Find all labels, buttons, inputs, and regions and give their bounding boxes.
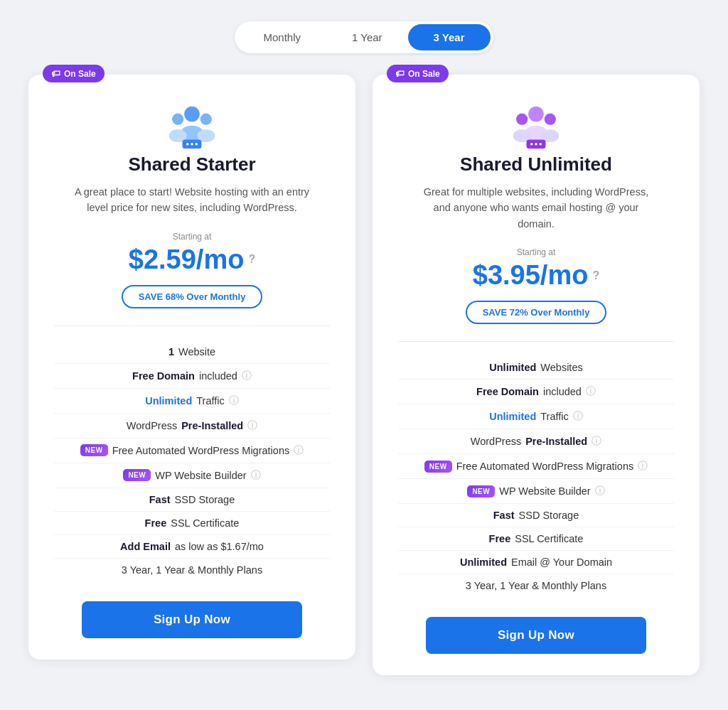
save-badge-unlimited: SAVE 72% Over Monthly <box>466 301 607 324</box>
billing-period-toggle: Monthly 1 Year 3 Year <box>235 21 493 53</box>
svg-point-12 <box>516 114 528 125</box>
new-badge-migrations: NEW <box>80 444 108 456</box>
feature-builder-u: NEW WP Website Builder ⓘ <box>398 479 674 504</box>
new-badge-migrations-u: NEW <box>424 461 452 473</box>
feature-domain: Free Domain included ⓘ <box>54 364 330 389</box>
feature-builder: NEW WP Website Builder ⓘ <box>54 463 330 488</box>
starting-at-starter: Starting at <box>129 232 255 242</box>
feature-plans: 3 Year, 1 Year & Monthly Plans <box>54 559 330 581</box>
price-info-icon-starter[interactable]: ? <box>248 253 255 266</box>
feature-email: Add Email as low as $1.67/mo <box>54 535 330 559</box>
on-sale-badge-starter: 🏷 On Sale <box>43 65 105 82</box>
svg-point-9 <box>196 143 198 146</box>
wp-info-icon-u[interactable]: ⓘ <box>592 435 601 448</box>
feature-websites: 1 Website <box>54 340 330 364</box>
starting-at-unlimited: Starting at <box>473 247 599 257</box>
plan-name-starter: Shared Starter <box>128 154 255 176</box>
pricing-starter: Starting at $2.59/mo ? <box>129 232 255 275</box>
plan-desc-unlimited: Great for multiple websites, including W… <box>415 184 657 232</box>
svg-point-0 <box>184 107 200 122</box>
plan-desc-starter: A great place to start! Website hosting … <box>71 184 313 216</box>
tab-1year[interactable]: 1 Year <box>326 24 408 50</box>
price-info-icon-unlimited[interactable]: ? <box>592 269 599 282</box>
pricing-cards: 🏷 On Sale Shared Starter A great place t… <box>28 75 700 675</box>
feature-ssl: Free SSL Certificate <box>54 512 330 535</box>
divider-starter <box>54 326 330 326</box>
plan-icon-unlimited <box>504 100 568 154</box>
feature-ssd: Fast SSD Storage <box>54 488 330 512</box>
svg-point-8 <box>191 143 193 146</box>
feature-migrations-u: NEW Free Automated WordPress Migrations … <box>398 454 674 479</box>
feature-traffic: Unlimited Traffic ⓘ <box>54 389 330 414</box>
plan-card-shared-starter: 🏷 On Sale Shared Starter A great place t… <box>28 75 355 660</box>
price-starter: $2.59/mo ? <box>129 244 255 275</box>
svg-point-19 <box>540 143 542 146</box>
feature-ssd-u: Fast SSD Storage <box>398 504 674 527</box>
svg-point-2 <box>172 114 183 125</box>
plan-card-shared-unlimited: 🏷 On Sale Shared Unlimited Great for mul… <box>373 75 700 675</box>
features-list-unlimited: Unlimited Websites Free Domain included … <box>398 356 674 597</box>
traffic-info-icon[interactable]: ⓘ <box>229 394 239 407</box>
svg-point-18 <box>535 143 537 146</box>
new-badge-builder-u: NEW <box>467 485 495 497</box>
svg-point-10 <box>528 107 544 122</box>
svg-point-17 <box>530 143 533 146</box>
domain-info-icon-u[interactable]: ⓘ <box>586 385 596 398</box>
divider-unlimited <box>398 341 674 342</box>
feature-wordpress-u: WordPress Pre-Installed ⓘ <box>398 429 674 454</box>
feature-ssl-u: Free SSL Certificate <box>398 527 674 551</box>
plan-icon-starter <box>160 100 224 154</box>
builder-info-icon-u[interactable]: ⓘ <box>595 485 605 497</box>
migrations-info-icon[interactable]: ⓘ <box>294 444 304 457</box>
feature-websites-u: Unlimited Websites <box>398 356 674 380</box>
tag-icon: 🏷 <box>51 68 60 79</box>
feature-domain-u: Free Domain included ⓘ <box>398 380 674 404</box>
plan-name-unlimited: Shared Unlimited <box>460 154 612 176</box>
tab-3year[interactable]: 3 Year <box>408 24 491 50</box>
price-unlimited: $3.95/mo ? <box>473 260 599 291</box>
signup-button-starter[interactable]: Sign Up Now <box>82 601 302 638</box>
tab-monthly[interactable]: Monthly <box>237 24 326 50</box>
new-badge-builder: NEW <box>123 469 151 481</box>
domain-info-icon[interactable]: ⓘ <box>242 370 252 382</box>
tag-icon-2: 🏷 <box>395 68 405 79</box>
wp-info-icon[interactable]: ⓘ <box>247 419 257 432</box>
pricing-unlimited: Starting at $3.95/mo ? <box>473 247 599 291</box>
traffic-info-icon-u[interactable]: ⓘ <box>573 410 583 423</box>
features-list-starter: 1 Website Free Domain included ⓘ Unlimit… <box>54 340 330 581</box>
feature-traffic-u: Unlimited Traffic ⓘ <box>398 404 674 429</box>
svg-point-7 <box>186 143 189 146</box>
migrations-info-icon-u[interactable]: ⓘ <box>638 460 648 473</box>
svg-point-14 <box>545 114 556 125</box>
feature-migrations: NEW Free Automated WordPress Migrations … <box>54 439 330 463</box>
feature-wordpress: WordPress Pre-Installed ⓘ <box>54 414 330 439</box>
save-badge-starter: SAVE 68% Over Monthly <box>122 285 263 308</box>
signup-button-unlimited[interactable]: Sign Up Now <box>426 617 646 654</box>
svg-point-4 <box>200 114 212 125</box>
feature-email-u: Unlimited Email @ Your Domain <box>398 551 674 574</box>
on-sale-badge-unlimited: 🏷 On Sale <box>387 65 449 82</box>
feature-plans-u: 3 Year, 1 Year & Monthly Plans <box>398 574 674 597</box>
builder-info-icon[interactable]: ⓘ <box>251 469 261 482</box>
